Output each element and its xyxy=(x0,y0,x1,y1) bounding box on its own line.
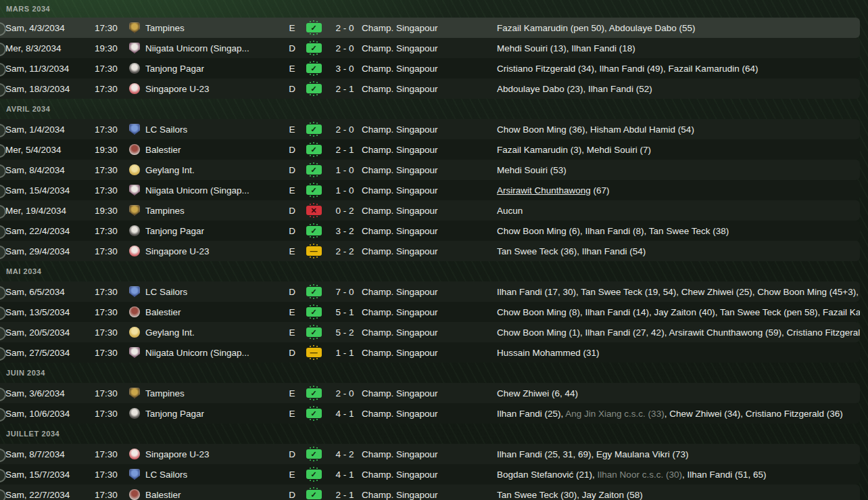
match-row[interactable]: Sam, 22/7/2034 17:30 Balestier D ✓ 2 - 1… xyxy=(0,484,860,500)
score: 4 - 1 xyxy=(328,470,362,480)
score: 2 - 1 xyxy=(328,84,362,94)
lcsailors-club-badge-icon xyxy=(129,124,140,135)
competition: Champ. Singapour xyxy=(362,327,497,338)
match-time: 17:30 xyxy=(95,490,129,500)
match-row[interactable]: Sam, 20/5/2034 17:30 Geylang Int. E ✓ 5 … xyxy=(0,322,860,342)
match-time: 17:30 xyxy=(95,64,129,74)
scorer-text: (67) xyxy=(591,185,610,196)
match-row[interactable]: Sam, 8/4/2034 17:30 Geylang Int. D ✓ 1 -… xyxy=(0,160,860,180)
club-name: Niigata Unicorn (Singap... xyxy=(145,348,249,358)
score: 2 - 1 xyxy=(328,490,362,500)
score: 2 - 2 xyxy=(328,246,362,256)
match-row[interactable]: Sam, 1/4/2034 17:30 LC Sailors E ✓ 2 - 0… xyxy=(0,119,860,139)
club-cell: Singapore U-23 xyxy=(129,83,285,94)
match-date: Sam, 15/7/2034 xyxy=(5,470,95,480)
match-date: Sam, 6/5/2034 xyxy=(5,287,95,297)
result-icon-cell: ✓ xyxy=(299,327,328,337)
venue-indicator: D xyxy=(285,490,299,500)
scorers: Hussain Mohammed (31) xyxy=(497,348,860,358)
scorers: Bogdan Stefanović (21), Ilhan Noor c.s.c… xyxy=(497,470,860,480)
scorer-text: Mehdi Souiri (13), Ilhan Fandi (18) xyxy=(497,43,635,53)
scorer-text: Abdoulaye Dabo (23), Ilhan Fandi (52) xyxy=(497,84,652,94)
win-check-icon: ✓ xyxy=(306,490,322,499)
match-row[interactable]: Sam, 3/6/2034 17:30 Tampines E ✓ 2 - 0 C… xyxy=(0,383,860,403)
win-check-icon: ✓ xyxy=(306,327,322,337)
scorers: Tan Swee Teck (30), Jay Zaiton (58) xyxy=(497,490,860,500)
win-check-icon: ✓ xyxy=(306,165,322,175)
match-date: Sam, 15/4/2034 xyxy=(5,185,95,196)
club-name: Tampines xyxy=(145,388,185,399)
lcsailors-club-badge-icon xyxy=(129,469,140,480)
match-row[interactable]: Mer, 8/3/2034 19:30 Niigata Unicorn (Sin… xyxy=(0,38,860,58)
match-row[interactable]: Mer, 19/4/2034 19:30 Tampines D ✕ 0 - 2 … xyxy=(0,200,860,221)
win-check-icon: ✓ xyxy=(306,185,322,195)
result-glyph: ✓ xyxy=(310,24,316,32)
club-cell: Tampines xyxy=(129,22,285,33)
match-time: 17:30 xyxy=(95,84,129,94)
result-icon-cell: — xyxy=(299,348,328,357)
match-date: Mer, 8/3/2034 xyxy=(5,43,95,53)
win-check-icon: ✓ xyxy=(306,287,322,296)
match-time: 17:30 xyxy=(95,226,129,236)
club-name: LC Sailors xyxy=(145,124,187,135)
club-cell: Geylang Int. xyxy=(129,327,285,338)
result-icon-cell: ✓ xyxy=(299,64,328,73)
club-cell: Tampines xyxy=(129,205,285,216)
draw-dash-icon: — xyxy=(306,246,322,256)
score: 7 - 0 xyxy=(328,287,362,297)
month-section: MAI 2034 Sam, 6/5/2034 17:30 LC Sailors … xyxy=(0,261,868,363)
result-icon-cell: ✓ xyxy=(299,287,328,296)
match-row[interactable]: Sam, 22/4/2034 17:30 Tanjong Pagar D ✓ 3… xyxy=(0,221,860,241)
scorer-text: Fazail Kamarudin (pen 50), Abdoulaye Dab… xyxy=(497,23,695,33)
result-glyph: ✓ xyxy=(310,65,316,72)
club-cell: Balestier xyxy=(129,489,285,500)
score: 4 - 1 xyxy=(328,409,362,419)
month-section: JUIN 2034 Sam, 3/6/2034 17:30 Tampines E… xyxy=(0,363,868,424)
match-row[interactable]: Sam, 18/3/2034 17:30 Singapore U-23 D ✓ … xyxy=(0,78,860,99)
match-row[interactable]: Mer, 5/4/2034 19:30 Balestier D ✓ 2 - 1 … xyxy=(0,139,860,160)
match-row[interactable]: Sam, 4/3/2034 17:30 Tampines E ✓ 2 - 0 C… xyxy=(0,18,860,38)
match-row[interactable]: Sam, 15/4/2034 17:30 Niigata Unicorn (Si… xyxy=(0,180,860,200)
win-check-icon: ✓ xyxy=(306,470,322,479)
win-check-icon: ✓ xyxy=(306,64,322,73)
club-name: LC Sailors xyxy=(145,470,187,480)
scorers: Chow Boon Ming (6), Ilhan Fandi (8), Tan… xyxy=(497,226,860,236)
result-glyph: ✓ xyxy=(310,329,316,336)
match-time: 17:30 xyxy=(95,388,129,399)
club-name: Niigata Unicorn (Singap... xyxy=(145,43,249,53)
match-row[interactable]: Sam, 15/7/2034 17:30 LC Sailors E ✓ 4 - … xyxy=(0,464,860,484)
scorers: Fazail Kamarudin (3), Mehdi Souiri (7) xyxy=(497,145,860,155)
month-header: MARS 2034 xyxy=(0,0,868,18)
match-row[interactable]: Sam, 6/5/2034 17:30 LC Sailors D ✓ 7 - 0… xyxy=(0,281,860,302)
venue-indicator: E xyxy=(285,185,299,196)
scorer-link[interactable]: Arsirawit Chunthawong xyxy=(497,185,591,196)
tanjong-club-badge-icon xyxy=(129,408,140,419)
result-icon-cell: ✓ xyxy=(299,388,328,398)
own-goal-text: Ang Jin Xiang c.s.c. (33) xyxy=(565,409,664,419)
month-header: AVRIL 2034 xyxy=(0,99,868,119)
match-row[interactable]: Sam, 10/6/2034 17:30 Tanjong Pagar E ✓ 4… xyxy=(0,403,860,424)
match-time: 17:30 xyxy=(95,327,129,338)
match-time: 17:30 xyxy=(95,449,129,459)
win-check-icon: ✓ xyxy=(306,145,322,154)
scorer-text: Ilhan Fandi (25, 31, 69), Egy Maulana Vi… xyxy=(497,449,688,459)
match-date: Sam, 29/4/2034 xyxy=(5,246,95,256)
scorer-text: Chow Boon Ming (8), Ilhan Fandi (14), Ja… xyxy=(497,307,860,317)
venue-indicator: D xyxy=(285,226,299,236)
match-row[interactable]: Sam, 11/3/2034 17:30 Tanjong Pagar E ✓ 3… xyxy=(0,58,860,78)
score: 2 - 0 xyxy=(328,43,362,53)
club-name: Niigata Unicorn (Singap... xyxy=(145,185,249,196)
tanjong-club-badge-icon xyxy=(129,63,140,74)
match-row[interactable]: Sam, 27/5/2034 17:30 Niigata Unicorn (Si… xyxy=(0,342,860,363)
match-row[interactable]: Sam, 8/7/2034 17:30 Singapore U-23 D ✓ 4… xyxy=(0,444,860,464)
match-time: 17:30 xyxy=(95,246,129,256)
venue-indicator: E xyxy=(285,327,299,338)
scorer-text: Aucun xyxy=(497,206,523,216)
venue-indicator: D xyxy=(285,449,299,459)
scorers: Chow Boon Ming (1), Ilhan Fandi (27, 42)… xyxy=(497,327,860,338)
match-row[interactable]: Sam, 29/4/2034 17:30 Singapore U-23 E — … xyxy=(0,241,860,261)
venue-indicator: D xyxy=(285,206,299,216)
match-row[interactable]: Sam, 13/5/2034 17:30 Balestier E ✓ 5 - 1… xyxy=(0,302,860,322)
loss-cross-icon: ✕ xyxy=(306,206,322,215)
month-label: MAI 2034 xyxy=(6,267,42,275)
